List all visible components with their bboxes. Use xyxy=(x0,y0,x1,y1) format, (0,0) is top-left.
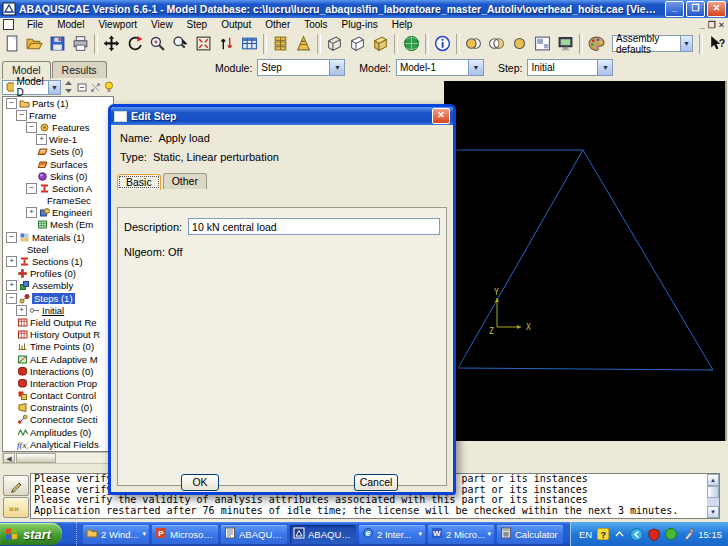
wireframe-cube-icon[interactable] xyxy=(323,33,346,55)
tree-collapse-icon[interactable] xyxy=(77,80,88,94)
tree-item-profiles-0-[interactable]: Profiles (0) xyxy=(3,268,113,280)
views-table-icon[interactable] xyxy=(238,33,261,55)
tree-sort-arrows-icon[interactable] xyxy=(63,80,74,94)
security-shield-icon[interactable] xyxy=(647,528,660,541)
tree-item-history-output-r[interactable]: History Output R xyxy=(3,329,113,341)
menu-item-other[interactable]: Other xyxy=(258,19,297,30)
cycle-arrows-icon[interactable] xyxy=(215,33,238,55)
tree-item-mesh-em[interactable]: Mesh (Em xyxy=(3,219,113,231)
cancel-button[interactable]: Cancel xyxy=(354,474,398,491)
scroll-left-arrow[interactable]: ◀ xyxy=(3,453,15,463)
tree-item-analytical-fields[interactable]: f(x)Analytical Fields xyxy=(3,438,113,450)
mdi-system-icon[interactable] xyxy=(3,19,14,30)
tree-item-connector-secti[interactable]: Connector Secti xyxy=(3,414,113,426)
magnify-view-icon[interactable] xyxy=(146,33,169,55)
viewport-layout-icon[interactable] xyxy=(531,33,554,55)
overlay-front-circles-icon[interactable] xyxy=(462,33,485,55)
viewport-canvas[interactable]: Y X Z xyxy=(444,81,727,441)
minimize-button[interactable]: _ xyxy=(665,1,684,17)
menu-item-tools[interactable]: Tools xyxy=(297,19,334,30)
tree-item-sections-1-[interactable]: +Sections (1) xyxy=(3,255,113,267)
menu-item-viewport[interactable]: Viewport xyxy=(91,19,144,30)
fit-view-icon[interactable] xyxy=(192,33,215,55)
tree-item-time-points-0-[interactable]: Time Points (0) xyxy=(3,341,113,353)
module-select[interactable]: Step▼ xyxy=(257,59,345,76)
tree-item-ale-adaptive-m[interactable]: ALE Adaptive M xyxy=(3,353,113,365)
scroll-down-arrow[interactable]: ▼ xyxy=(707,506,719,518)
collapse-icon[interactable]: − xyxy=(6,232,17,243)
dialog-tab-basic[interactable]: Basic xyxy=(117,174,161,190)
tree-item-wire-1[interactable]: +Wire-1 xyxy=(3,134,113,146)
mdi-close-button[interactable]: × xyxy=(719,20,724,30)
hiddenline-cube-icon[interactable] xyxy=(346,33,369,55)
scroll-up-arrow[interactable]: ▲ xyxy=(707,474,719,486)
step-select[interactable]: Initial▼ xyxy=(527,59,613,76)
menu-item-plug-ins[interactable]: Plug-ins xyxy=(335,19,385,30)
zoom-box-icon[interactable] xyxy=(169,33,192,55)
expand-icon[interactable]: + xyxy=(16,305,27,316)
message-scrollbar[interactable]: ▲ ▼ xyxy=(707,474,719,518)
expand-icon[interactable]: + xyxy=(36,134,47,145)
perspective-sphere-icon[interactable] xyxy=(400,33,423,55)
taskbar-button-1[interactable]: PMicrosoft... xyxy=(152,525,218,544)
menu-item-help[interactable]: Help xyxy=(385,19,420,30)
ok-button[interactable]: OK xyxy=(181,474,219,491)
tree-item-surfaces[interactable]: Surfaces xyxy=(3,158,113,170)
tips-lightbulb-icon[interactable] xyxy=(104,80,115,94)
hide-tray-icons-arrow[interactable] xyxy=(613,528,626,541)
taskbar-button-6[interactable]: Calculator xyxy=(497,525,563,544)
viewport-monitor-icon[interactable] xyxy=(554,33,577,55)
menu-item-output[interactable]: Output xyxy=(214,19,258,30)
save-icon[interactable] xyxy=(46,33,69,55)
dialog-tab-other[interactable]: Other xyxy=(163,173,207,189)
description-input[interactable] xyxy=(188,218,440,235)
tree-item-field-output-re[interactable]: Field Output Re xyxy=(3,316,113,328)
taskbar-button-0[interactable]: 2 Wind...▾ xyxy=(83,525,149,544)
status-green-icon[interactable] xyxy=(664,528,677,541)
taskbar-button-3[interactable]: ABAQUS... xyxy=(290,525,356,544)
kernel-prompt-icon[interactable]: »» xyxy=(3,497,29,518)
mdi-restore-button[interactable]: ❐ xyxy=(708,20,716,30)
render-cone-icon[interactable] xyxy=(292,33,315,55)
open-file-icon[interactable] xyxy=(23,33,46,55)
tree-horizontal-scrollbar[interactable]: ◀ xyxy=(2,452,114,464)
taskbar-button-2[interactable]: ABAQUS ... xyxy=(221,525,287,544)
expand-icon[interactable]: + xyxy=(26,207,37,218)
tree-item-interactions-0-[interactable]: Interactions (0) xyxy=(3,365,113,377)
back-circle-icon[interactable] xyxy=(630,528,643,541)
tree-item-steel[interactable]: Steel xyxy=(3,243,113,255)
tree-item-initial[interactable]: +Initial xyxy=(3,304,113,316)
tree-item-assembly[interactable]: +Assembly xyxy=(3,280,113,292)
scroll-thumb[interactable] xyxy=(16,453,56,463)
tree-item-steps-1-[interactable]: −Steps (1) xyxy=(3,292,113,304)
collapse-icon[interactable]: − xyxy=(6,293,17,304)
tree-item-parts-1-[interactable]: −Parts (1) xyxy=(3,97,113,109)
menu-item-model[interactable]: Model xyxy=(50,19,91,30)
collapse-icon[interactable]: − xyxy=(6,98,17,109)
tree-item-skins-0-[interactable]: Skins (0) xyxy=(3,170,113,182)
dialog-title-bar[interactable]: Edit Step ✕ xyxy=(111,107,453,125)
pan-view-icon[interactable] xyxy=(100,33,123,55)
query-info-icon[interactable] xyxy=(431,33,454,55)
collapse-icon[interactable]: − xyxy=(16,110,27,121)
mouse-icon[interactable] xyxy=(681,528,694,541)
model-select[interactable]: Model-1▼ xyxy=(396,59,484,76)
restore-button[interactable]: ❐ xyxy=(686,1,705,17)
start-button[interactable]: start xyxy=(0,523,62,545)
overlay-back-circles-icon[interactable] xyxy=(485,33,508,55)
taskbar-button-5[interactable]: W2 Micro...▾ xyxy=(428,525,494,544)
tree-item-amplitudes-0-[interactable]: Amplitudes (0) xyxy=(3,426,113,438)
taskbar-button-4[interactable]: e2 Inter...▾ xyxy=(359,525,425,544)
tree-item-section-a[interactable]: −Section A xyxy=(3,182,113,194)
menu-item-file[interactable]: File xyxy=(20,19,50,30)
tree-item-constraints-0-[interactable]: Constraints (0) xyxy=(3,402,113,414)
help-cursor-icon[interactable]: ? xyxy=(705,33,728,55)
render-stack-icon[interactable] xyxy=(269,33,292,55)
help-question-icon[interactable]: ? xyxy=(596,528,609,541)
tree-item-framesec[interactable]: FrameSec xyxy=(3,195,113,207)
close-button[interactable]: ✕ xyxy=(707,1,726,17)
dialog-close-icon[interactable]: ✕ xyxy=(432,108,450,124)
message-area-tab-icon[interactable] xyxy=(3,475,29,496)
tree-item-engineeri[interactable]: +Engineeri xyxy=(3,207,113,219)
new-file-icon[interactable] xyxy=(0,33,23,55)
